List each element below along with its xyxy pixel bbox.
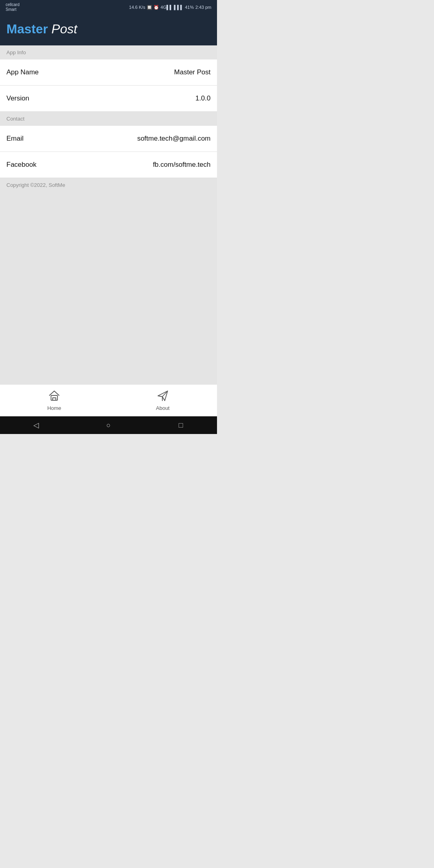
bottom-nav: Home About: [0, 384, 217, 416]
version-row: Version 1.0.0: [0, 86, 217, 112]
nav-about[interactable]: About: [108, 385, 217, 416]
copyright-area: Copyright ©2022, SoftMe: [0, 178, 217, 384]
status-bar: cellcard Smart 14.6 K/s 🔲 ⏰ 4G▌▌ ▌▌▌ 41%…: [0, 0, 217, 14]
app-info-section-label: App Info: [0, 45, 217, 59]
app-header: Master Post: [0, 14, 217, 45]
svg-rect-1: [53, 398, 56, 400]
nav-home[interactable]: Home: [0, 385, 108, 416]
signal-icons: 🔲 ⏰ 4G▌▌ ▌▌▌: [147, 5, 183, 10]
version-label: Version: [6, 94, 29, 102]
back-button[interactable]: ◁: [27, 416, 45, 434]
home-icon: [48, 390, 60, 403]
network-speed: 14.6 K/s: [129, 5, 145, 10]
carrier-sub: Smart: [6, 7, 19, 12]
app-name-row: App Name Master Post: [0, 59, 217, 86]
battery-level: 41%: [185, 5, 194, 10]
android-nav-bar: ◁ ○ □: [0, 416, 217, 434]
facebook-label: Facebook: [6, 161, 37, 169]
carrier-info: cellcard Smart: [6, 2, 19, 12]
carrier-name: cellcard: [6, 2, 19, 7]
app-name-label: App Name: [6, 68, 39, 76]
email-row: Email softme.tech@gmail.com: [0, 126, 217, 152]
status-right: 14.6 K/s 🔲 ⏰ 4G▌▌ ▌▌▌ 41% 2:43 pm: [129, 5, 211, 10]
email-value: softme.tech@gmail.com: [137, 135, 211, 143]
title-post: Post: [51, 22, 77, 36]
about-label: About: [156, 405, 170, 411]
home-button[interactable]: ○: [100, 416, 117, 434]
facebook-row: Facebook fb.com/softme.tech: [0, 152, 217, 178]
app-name-value: Master Post: [174, 68, 211, 76]
contact-section-label: Contact: [0, 112, 217, 126]
email-label: Email: [6, 135, 24, 143]
clock: 2:43 pm: [195, 5, 211, 10]
about-icon: [157, 390, 169, 403]
facebook-value: fb.com/softme.tech: [153, 161, 211, 169]
version-value: 1.0.0: [195, 94, 211, 102]
title-master: Master: [6, 22, 48, 36]
home-label: Home: [47, 405, 61, 411]
recents-button[interactable]: □: [172, 416, 190, 434]
copyright-text: Copyright ©2022, SoftMe: [6, 182, 65, 188]
app-title: Master Post: [6, 22, 211, 37]
